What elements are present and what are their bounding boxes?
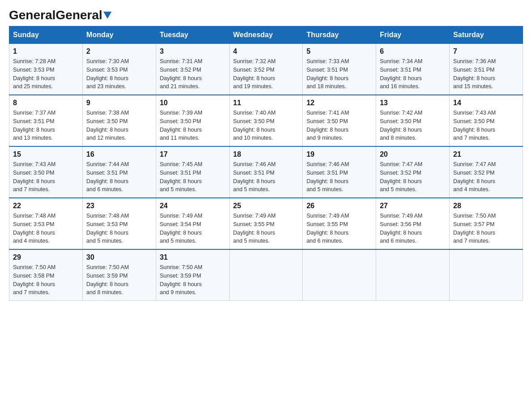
day-info: Sunrise: 7:45 AMSunset: 3:51 PMDaylight:… xyxy=(160,160,226,194)
day-number: 21 xyxy=(453,150,519,158)
day-info: Sunrise: 7:32 AMSunset: 3:52 PMDaylight:… xyxy=(233,57,299,91)
calendar-cell: 31Sunrise: 7:50 AMSunset: 3:59 PMDayligh… xyxy=(156,249,229,301)
logo-general-text: General General xyxy=(9,9,112,21)
calendar-header-row: Sunday Monday Tuesday Wednesday Thursday… xyxy=(9,26,523,44)
day-info: Sunrise: 7:28 AMSunset: 3:53 PMDaylight:… xyxy=(13,57,79,91)
day-info: Sunrise: 7:42 AMSunset: 3:50 PMDaylight:… xyxy=(380,109,446,142)
day-number: 15 xyxy=(13,150,79,158)
day-number: 10 xyxy=(160,99,226,107)
day-info: Sunrise: 7:36 AMSunset: 3:51 PMDaylight:… xyxy=(453,57,519,91)
calendar-cell: 13Sunrise: 7:42 AMSunset: 3:50 PMDayligh… xyxy=(376,95,450,146)
calendar-week-row: 15Sunrise: 7:43 AMSunset: 3:50 PMDayligh… xyxy=(9,146,523,198)
day-number: 7 xyxy=(453,47,519,56)
col-monday: Monday xyxy=(82,26,156,44)
col-saturday: Saturday xyxy=(450,26,523,44)
calendar-table: Sunday Monday Tuesday Wednesday Thursday… xyxy=(9,26,523,301)
day-info: Sunrise: 7:41 AMSunset: 3:50 PMDaylight:… xyxy=(306,109,372,142)
calendar-cell: 4Sunrise: 7:32 AMSunset: 3:52 PMDaylight… xyxy=(229,44,303,95)
calendar-cell: 12Sunrise: 7:41 AMSunset: 3:50 PMDayligh… xyxy=(303,95,376,146)
day-info: Sunrise: 7:34 AMSunset: 3:51 PMDaylight:… xyxy=(380,57,446,91)
day-number: 27 xyxy=(380,202,446,210)
calendar-cell: 7Sunrise: 7:36 AMSunset: 3:51 PMDaylight… xyxy=(450,44,523,95)
day-number: 25 xyxy=(233,202,299,210)
day-info: Sunrise: 7:43 AMSunset: 3:50 PMDaylight:… xyxy=(13,160,79,194)
day-info: Sunrise: 7:40 AMSunset: 3:50 PMDaylight:… xyxy=(233,109,299,142)
calendar-cell: 5Sunrise: 7:33 AMSunset: 3:51 PMDaylight… xyxy=(303,44,376,95)
calendar-cell: 30Sunrise: 7:50 AMSunset: 3:59 PMDayligh… xyxy=(82,249,156,301)
calendar-cell: 20Sunrise: 7:47 AMSunset: 3:52 PMDayligh… xyxy=(376,146,450,198)
calendar-cell: 29Sunrise: 7:50 AMSunset: 3:58 PMDayligh… xyxy=(9,249,83,301)
day-number: 6 xyxy=(380,47,446,56)
col-sunday: Sunday xyxy=(9,26,83,44)
calendar-cell: 17Sunrise: 7:45 AMSunset: 3:51 PMDayligh… xyxy=(156,146,229,198)
day-info: Sunrise: 7:38 AMSunset: 3:50 PMDaylight:… xyxy=(86,109,152,142)
day-number: 16 xyxy=(86,150,152,158)
day-number: 13 xyxy=(380,99,446,107)
day-number: 1 xyxy=(13,47,79,56)
calendar-cell: 11Sunrise: 7:40 AMSunset: 3:50 PMDayligh… xyxy=(229,95,303,146)
calendar-cell: 24Sunrise: 7:49 AMSunset: 3:54 PMDayligh… xyxy=(156,198,229,249)
day-number: 31 xyxy=(160,253,226,261)
day-number: 23 xyxy=(86,202,152,210)
day-info: Sunrise: 7:30 AMSunset: 3:53 PMDaylight:… xyxy=(86,57,152,91)
day-number: 2 xyxy=(86,47,152,56)
page-header: General General xyxy=(9,9,523,21)
calendar-cell: 6Sunrise: 7:34 AMSunset: 3:51 PMDaylight… xyxy=(376,44,450,95)
day-info: Sunrise: 7:47 AMSunset: 3:52 PMDaylight:… xyxy=(453,160,519,194)
day-number: 30 xyxy=(86,253,152,261)
day-info: Sunrise: 7:37 AMSunset: 3:51 PMDaylight:… xyxy=(13,109,79,142)
day-info: Sunrise: 7:49 AMSunset: 3:55 PMDaylight:… xyxy=(306,212,372,245)
col-thursday: Thursday xyxy=(303,26,376,44)
day-info: Sunrise: 7:48 AMSunset: 3:53 PMDaylight:… xyxy=(13,212,79,245)
calendar-cell: 18Sunrise: 7:46 AMSunset: 3:51 PMDayligh… xyxy=(229,146,303,198)
logo-triangle-icon xyxy=(103,12,112,19)
calendar-cell xyxy=(229,249,303,301)
calendar-cell xyxy=(450,249,523,301)
calendar-week-row: 22Sunrise: 7:48 AMSunset: 3:53 PMDayligh… xyxy=(9,198,523,249)
day-number: 19 xyxy=(306,150,372,158)
day-info: Sunrise: 7:50 AMSunset: 3:59 PMDaylight:… xyxy=(160,263,226,297)
day-number: 22 xyxy=(13,202,79,210)
col-wednesday: Wednesday xyxy=(229,26,303,44)
calendar-cell: 19Sunrise: 7:46 AMSunset: 3:51 PMDayligh… xyxy=(303,146,376,198)
day-number: 12 xyxy=(306,99,372,107)
day-info: Sunrise: 7:43 AMSunset: 3:50 PMDaylight:… xyxy=(453,109,519,142)
calendar-week-row: 1Sunrise: 7:28 AMSunset: 3:53 PMDaylight… xyxy=(9,44,523,95)
calendar-cell: 9Sunrise: 7:38 AMSunset: 3:50 PMDaylight… xyxy=(82,95,156,146)
day-number: 11 xyxy=(233,99,299,107)
calendar-cell xyxy=(376,249,450,301)
calendar-cell: 1Sunrise: 7:28 AMSunset: 3:53 PMDaylight… xyxy=(9,44,83,95)
day-info: Sunrise: 7:50 AMSunset: 3:57 PMDaylight:… xyxy=(453,212,519,245)
day-info: Sunrise: 7:49 AMSunset: 3:54 PMDaylight:… xyxy=(160,212,226,245)
day-number: 26 xyxy=(306,202,372,210)
day-info: Sunrise: 7:46 AMSunset: 3:51 PMDaylight:… xyxy=(306,160,372,194)
day-info: Sunrise: 7:44 AMSunset: 3:51 PMDaylight:… xyxy=(86,160,152,194)
day-number: 18 xyxy=(233,150,299,158)
day-info: Sunrise: 7:50 AMSunset: 3:59 PMDaylight:… xyxy=(86,263,152,297)
calendar-cell: 2Sunrise: 7:30 AMSunset: 3:53 PMDaylight… xyxy=(82,44,156,95)
calendar-cell: 3Sunrise: 7:31 AMSunset: 3:52 PMDaylight… xyxy=(156,44,229,95)
calendar-cell: 25Sunrise: 7:49 AMSunset: 3:55 PMDayligh… xyxy=(229,198,303,249)
calendar-cell: 21Sunrise: 7:47 AMSunset: 3:52 PMDayligh… xyxy=(450,146,523,198)
day-info: Sunrise: 7:46 AMSunset: 3:51 PMDaylight:… xyxy=(233,160,299,194)
day-number: 3 xyxy=(160,47,226,56)
calendar-cell xyxy=(303,249,376,301)
calendar-week-row: 8Sunrise: 7:37 AMSunset: 3:51 PMDaylight… xyxy=(9,95,523,146)
calendar-cell: 10Sunrise: 7:39 AMSunset: 3:50 PMDayligh… xyxy=(156,95,229,146)
calendar-cell: 27Sunrise: 7:49 AMSunset: 3:56 PMDayligh… xyxy=(376,198,450,249)
col-tuesday: Tuesday xyxy=(156,26,229,44)
day-number: 9 xyxy=(86,99,152,107)
calendar-cell: 22Sunrise: 7:48 AMSunset: 3:53 PMDayligh… xyxy=(9,198,83,249)
day-info: Sunrise: 7:48 AMSunset: 3:53 PMDaylight:… xyxy=(86,212,152,245)
day-info: Sunrise: 7:47 AMSunset: 3:52 PMDaylight:… xyxy=(380,160,446,194)
day-info: Sunrise: 7:31 AMSunset: 3:52 PMDaylight:… xyxy=(160,57,226,91)
day-number: 5 xyxy=(306,47,372,56)
day-number: 24 xyxy=(160,202,226,210)
day-number: 14 xyxy=(453,99,519,107)
day-number: 17 xyxy=(160,150,226,158)
calendar-week-row: 29Sunrise: 7:50 AMSunset: 3:58 PMDayligh… xyxy=(9,249,523,301)
day-number: 8 xyxy=(13,99,79,107)
calendar-cell: 14Sunrise: 7:43 AMSunset: 3:50 PMDayligh… xyxy=(450,95,523,146)
calendar-cell: 16Sunrise: 7:44 AMSunset: 3:51 PMDayligh… xyxy=(82,146,156,198)
col-friday: Friday xyxy=(376,26,450,44)
